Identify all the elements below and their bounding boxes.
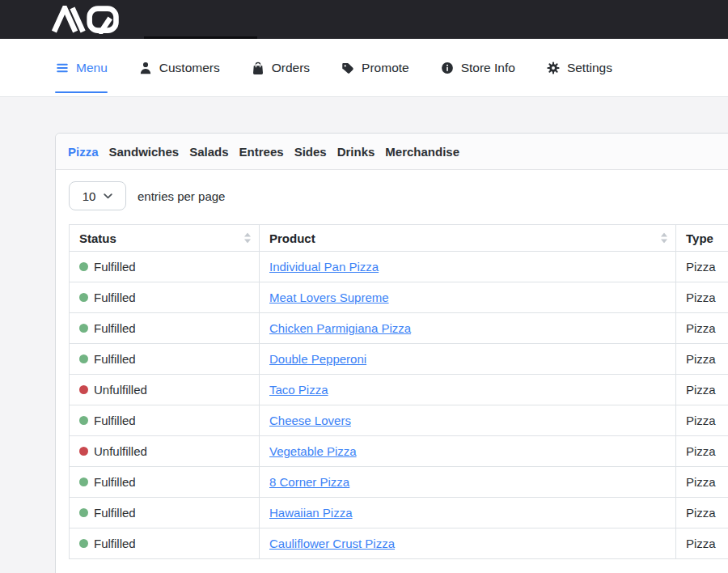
column-label: Status [79, 231, 116, 245]
status-dot [79, 478, 88, 486]
status-dot [79, 324, 88, 333]
nav-item-label: Settings [567, 61, 612, 75]
product-link[interactable]: Chicken Parmigiana Pizza [269, 321, 411, 335]
tab-merchandise[interactable]: Merchandise [385, 145, 459, 159]
nav-item-menu[interactable]: Menu [55, 39, 108, 96]
app-header [0, 0, 728, 39]
tab-sandwiches[interactable]: Sandwiches [109, 145, 180, 159]
type-cell: Pizza [676, 405, 728, 436]
column-label: Product [269, 231, 315, 245]
table-header-row: Status Product Type [70, 225, 728, 252]
nav-item-label: Menu [76, 61, 108, 75]
column-header-type[interactable]: Type [676, 225, 728, 252]
status-label: Fulfilled [94, 321, 136, 335]
status-dot [79, 508, 88, 517]
type-cell: Pizza [676, 282, 728, 313]
table-row: Fulfilled Meat Lovers Supreme Pizza [70, 282, 728, 313]
table-row: Unfulfilled Taco Pizza Pizza [70, 375, 728, 405]
card-body: 10 entries per page Status [56, 170, 728, 573]
table-row: Unfulfilled Vegetable Pizza Pizza [70, 436, 728, 467]
type-cell: Pizza [676, 498, 728, 528]
nav-item-promote[interactable]: Promote [341, 39, 409, 96]
nav-item-store-info[interactable]: Store Info [440, 39, 515, 96]
type-cell: Pizza [676, 344, 728, 375]
table-row: Fulfilled Double Pepperoni Pizza [70, 344, 728, 375]
brand-logo-aiq-icon [52, 6, 129, 34]
sort-icon [244, 233, 251, 244]
status-label: Fulfilled [94, 475, 136, 489]
status-dot [79, 385, 88, 394]
primary-nav: Menu Customers Orders Promote Store Info [0, 39, 728, 97]
product-link[interactable]: Vegetable Pizza [269, 444, 357, 458]
category-tabs: Pizza Sandwiches Salads Entrees Sides Dr… [56, 134, 728, 170]
status-dot [79, 447, 88, 456]
tab-entrees[interactable]: Entrees [239, 145, 284, 159]
nav-item-label: Store Info [461, 61, 515, 75]
info-icon [440, 61, 455, 75]
status-label: Fulfilled [94, 506, 136, 520]
type-cell: Pizza [676, 313, 728, 344]
nav-item-label: Customers [159, 61, 220, 75]
table-row: Fulfilled Cauliflower Crust Pizza Pizza [70, 528, 728, 559]
status-label: Fulfilled [94, 291, 136, 304]
type-cell: Pizza [676, 252, 728, 282]
type-cell: Pizza [676, 375, 728, 405]
type-cell: Pizza [676, 467, 728, 498]
person-icon [138, 61, 153, 75]
entries-per-page-select[interactable]: 10 [69, 181, 126, 210]
tab-salads[interactable]: Salads [189, 145, 228, 159]
column-header-product[interactable]: Product [260, 225, 676, 252]
chevron-down-icon [104, 193, 112, 199]
status-label: Unfulfilled [94, 444, 147, 458]
column-header-status[interactable]: Status [70, 225, 260, 252]
product-link[interactable]: Meat Lovers Supreme [269, 291, 389, 304]
product-link[interactable]: Hawaiian Pizza [269, 506, 353, 520]
table-row: Fulfilled Cheese Lovers Pizza [70, 405, 728, 436]
status-label: Fulfilled [94, 537, 136, 550]
table-row: Fulfilled 8 Corner Pizza Pizza [70, 467, 728, 498]
status-dot [79, 539, 88, 548]
nav-item-orders[interactable]: Orders [251, 39, 310, 96]
bag-icon [251, 61, 265, 75]
tag-icon [341, 61, 355, 75]
entries-selected-value: 10 [83, 189, 96, 203]
table-row: Fulfilled Hawaiian Pizza Pizza [70, 498, 728, 528]
type-cell: Pizza [676, 528, 728, 559]
nav-item-label: Promote [362, 61, 409, 75]
status-dot [79, 354, 88, 363]
products-table: Status Product Type [69, 224, 728, 559]
table-row: Fulfilled Chicken Parmigiana Pizza Pizza [70, 313, 728, 344]
nav-item-settings[interactable]: Settings [546, 39, 612, 96]
status-label: Unfulfilled [94, 383, 147, 397]
type-cell: Pizza [676, 436, 728, 467]
product-link[interactable]: Individual Pan Pizza [269, 260, 379, 274]
status-dot [79, 262, 88, 271]
nav-item-label: Orders [272, 61, 310, 75]
column-label: Type [686, 231, 713, 245]
nav-item-customers[interactable]: Customers [138, 39, 220, 96]
entries-per-page-label: entries per page [138, 189, 225, 203]
gear-icon [546, 61, 561, 75]
entries-per-page-row: 10 entries per page [69, 181, 728, 210]
status-dot [79, 293, 88, 302]
status-label: Fulfilled [94, 414, 136, 427]
table-row: Fulfilled Individual Pan Pizza Pizza [70, 252, 728, 282]
hamburger-icon [55, 61, 70, 75]
product-link[interactable]: Cauliflower Crust Pizza [269, 537, 395, 550]
product-link[interactable]: Cheese Lovers [269, 414, 351, 427]
tab-drinks[interactable]: Drinks [337, 145, 375, 159]
status-label: Fulfilled [94, 352, 136, 366]
tab-sides[interactable]: Sides [294, 145, 327, 159]
tab-pizza[interactable]: Pizza [68, 145, 99, 159]
product-link[interactable]: 8 Corner Pizza [269, 475, 349, 489]
sort-icon [661, 233, 667, 244]
product-link[interactable]: Taco Pizza [269, 383, 328, 397]
menu-products-card: Pizza Sandwiches Salads Entrees Sides Dr… [55, 133, 728, 573]
product-link[interactable]: Double Pepperoni [269, 352, 366, 366]
status-label: Fulfilled [94, 260, 136, 274]
status-dot [79, 416, 88, 425]
